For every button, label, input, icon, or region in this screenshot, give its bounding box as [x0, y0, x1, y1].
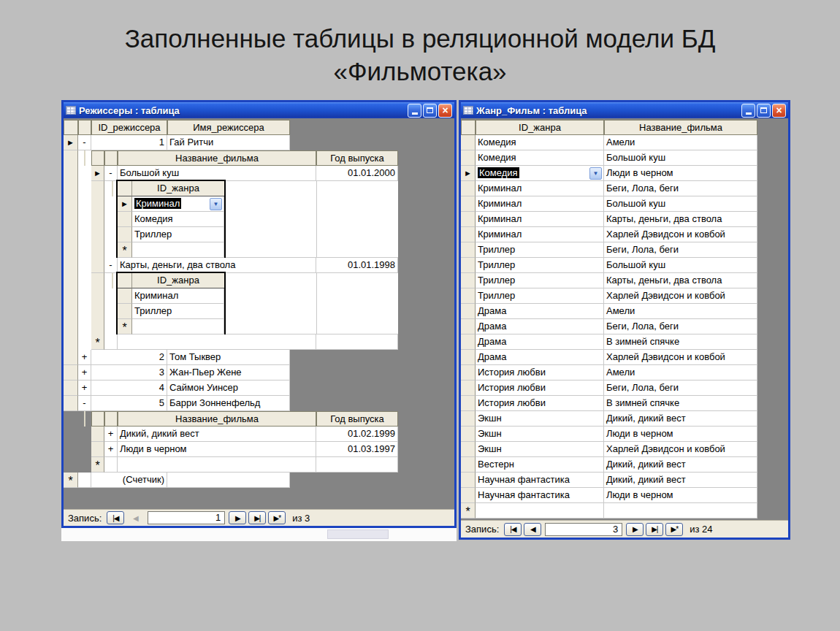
row-selector[interactable] — [91, 442, 104, 457]
expand-toggle[interactable]: + — [78, 350, 91, 365]
row-selector[interactable] — [64, 350, 78, 365]
table-cell[interactable]: 01.01.2000 — [316, 166, 398, 181]
table-cell[interactable]: Триллер — [476, 242, 604, 258]
table-cell[interactable]: 01.03.1997 — [316, 442, 398, 457]
table-cell[interactable]: Криминал — [476, 181, 604, 196]
table-cell[interactable] — [316, 334, 398, 350]
table-cell[interactable]: 2 — [91, 350, 167, 365]
current-record-field[interactable]: 1 — [148, 511, 225, 524]
new-record-selector[interactable]: * — [118, 319, 132, 334]
table-cell[interactable]: Амели — [604, 365, 757, 380]
previous-record-button[interactable]: ◀ — [126, 511, 144, 524]
row-selector[interactable] — [461, 196, 476, 212]
maximize-button[interactable] — [423, 104, 437, 118]
row-selector[interactable] — [461, 258, 476, 273]
table-cell[interactable]: Комедия — [132, 212, 224, 227]
row-selector[interactable] — [64, 396, 78, 411]
column-header-genre[interactable]: ID_жанра — [476, 120, 604, 135]
table-cell[interactable]: Беги, Лола, беги — [604, 319, 757, 334]
table-cell[interactable]: Дикий, дикий вест — [118, 427, 316, 442]
row-selector[interactable] — [118, 227, 132, 242]
row-selector[interactable] — [461, 304, 476, 319]
row-selector[interactable]: ► — [118, 196, 132, 212]
table-cell[interactable]: Триллер — [476, 288, 604, 304]
column-header-film[interactable]: Название_фильма — [118, 411, 316, 427]
table-cell[interactable]: Люди в черном — [604, 427, 757, 442]
table-cell[interactable]: Харлей Дэвидсон и ковбой — [604, 442, 757, 457]
table-cell[interactable]: Дикий, дикий вест — [604, 457, 757, 473]
table-cell[interactable]: Барри Зонненфельд — [167, 396, 290, 411]
table-cell[interactable]: Триллер — [476, 258, 604, 273]
table-cell[interactable]: Триллер — [132, 304, 224, 319]
table-cell[interactable]: Вестерн — [476, 457, 604, 473]
column-header-film[interactable]: Название_фильма — [118, 150, 316, 166]
column-header-genre[interactable]: ID_жанра — [132, 181, 224, 196]
table-cell[interactable] — [118, 334, 316, 350]
select-all-corner[interactable] — [64, 120, 78, 135]
table-cell[interactable]: Большой куш — [118, 166, 316, 181]
table-cell[interactable]: 3 — [91, 365, 167, 380]
expand-toggle[interactable]: + — [78, 365, 91, 380]
row-selector[interactable]: ► — [64, 135, 78, 150]
select-all-corner[interactable] — [118, 181, 132, 196]
table-cell[interactable]: 5 — [91, 396, 167, 411]
row-selector[interactable] — [461, 411, 476, 427]
expand-toggle[interactable]: - — [78, 396, 91, 411]
column-header-id[interactable]: ID_режиссера — [91, 120, 167, 135]
table-cell[interactable]: Триллер — [132, 227, 224, 242]
new-record-selector[interactable]: * — [461, 503, 476, 519]
expand-column-header[interactable] — [78, 120, 91, 135]
table-cell[interactable]: (Счетчик) — [91, 473, 167, 488]
table-cell[interactable]: В зимней спячке — [604, 396, 757, 411]
table-cell[interactable]: Том Тыквер — [167, 350, 290, 365]
table-cell[interactable]: Криминал — [476, 196, 604, 212]
table-cell[interactable]: Драма — [476, 334, 604, 350]
column-header-year[interactable]: Год выпуска — [316, 411, 398, 427]
table-cell[interactable]: Жан-Пьер Жене — [167, 365, 290, 380]
row-selector[interactable] — [118, 304, 132, 319]
row-selector[interactable] — [461, 227, 476, 242]
table-cell[interactable]: Криминал — [476, 212, 604, 227]
table-cell[interactable]: 1 — [91, 135, 167, 150]
row-selector[interactable] — [461, 488, 476, 503]
expand-toggle[interactable]: - — [104, 166, 118, 181]
close-button[interactable]: × — [772, 104, 786, 118]
minimize-button[interactable] — [741, 104, 755, 118]
column-header-name[interactable]: Имя_режиссера — [167, 120, 290, 135]
table-cell[interactable]: История любви — [476, 396, 604, 411]
table-cell[interactable]: Беги, Лола, беги — [604, 380, 757, 396]
row-selector[interactable] — [461, 319, 476, 334]
table-cell[interactable]: Дикий, дикий вест — [604, 411, 757, 427]
expand-column-header[interactable] — [104, 411, 118, 427]
current-record-field[interactable]: 3 — [545, 523, 622, 536]
row-selector[interactable] — [461, 396, 476, 411]
row-selector[interactable]: ► — [461, 166, 476, 181]
first-record-button[interactable]: |◀ — [107, 511, 124, 524]
expand-toggle[interactable]: + — [104, 442, 118, 457]
scrollbar-thumb[interactable] — [327, 529, 389, 539]
row-selector[interactable] — [461, 334, 476, 350]
table-cell[interactable]: Харлей Дэвидсон и ковбой — [604, 288, 757, 304]
table-cell[interactable]: Научная фантастика — [476, 488, 604, 503]
next-record-button[interactable]: ▶ — [626, 523, 644, 536]
table-cell[interactable]: В зимней спячке — [604, 334, 757, 350]
table-cell[interactable]: 01.01.1998 — [316, 258, 398, 273]
genre-combo-cell[interactable]: Комедия▼ — [476, 166, 604, 181]
expand-toggle[interactable]: + — [104, 427, 118, 442]
row-selector[interactable]: ► — [91, 166, 104, 181]
table-cell[interactable]: Большой куш — [604, 150, 757, 166]
table-cell[interactable]: Гай Ритчи — [167, 135, 290, 150]
genre-combo-cell[interactable]: Криминал▼ — [132, 196, 224, 212]
next-record-button[interactable]: ▶ — [229, 511, 246, 524]
row-selector[interactable] — [461, 212, 476, 227]
column-header-film[interactable]: Название_фильма — [604, 120, 757, 135]
table-cell[interactable]: Саймон Уинсер — [167, 380, 290, 396]
close-button[interactable]: × — [438, 104, 452, 118]
new-record-button[interactable]: ▶* — [268, 511, 286, 524]
row-selector[interactable] — [461, 350, 476, 365]
row-selector[interactable] — [461, 380, 476, 396]
expand-toggle[interactable]: + — [78, 380, 91, 396]
expand-toggle[interactable]: - — [104, 258, 118, 273]
table-cell[interactable] — [476, 503, 604, 519]
table-cell[interactable]: Люди в черном — [604, 166, 757, 181]
